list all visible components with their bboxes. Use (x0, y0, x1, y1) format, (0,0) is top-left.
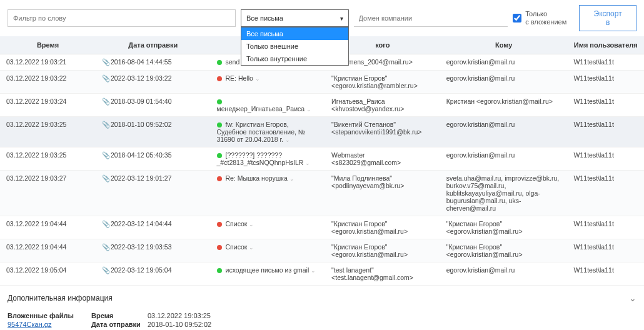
cell-user: W11test\la11t (568, 239, 644, 262)
attached-files-header: Вложенные файлы (8, 312, 76, 319)
table-row[interactable]: 03.12.2022 19:03:24📎2018-03-09 01:54:40м… (0, 94, 644, 117)
status-dot-icon (217, 122, 222, 128)
chevron-down-icon: ⌄ (306, 106, 311, 112)
cell-from: "Кристиан Егоров" <egorov.kristian@mail.… (325, 216, 440, 239)
th-time[interactable]: Время (0, 36, 96, 54)
letter-type-dropdown[interactable]: Все письма Все письма Только внешние Тол… (241, 9, 349, 27)
status-dot-icon (217, 99, 222, 104)
cell-user: W11test\la11t (568, 262, 644, 286)
cell-to: sveta.uha@mail.ru, improvizze@bk.ru, bur… (440, 171, 568, 216)
status-dot-icon (217, 60, 222, 65)
cell-time: 03.12.2022 19:04:44 (0, 239, 96, 262)
table-row[interactable]: 03.12.2022 19:04:44📎2022-03-12 19:03:53С… (0, 239, 644, 262)
cell-sent: 📎2022-03-12 14:04:44 (96, 216, 211, 239)
cell-to: egorov.kristian@mail.ru (440, 71, 568, 94)
attachment-icon: 📎 (102, 174, 108, 182)
cell-time: 03.12.2022 19:05:04 (0, 262, 96, 286)
attachment-icon: 📎 (102, 121, 108, 129)
table-row[interactable]: 03.12.2022 19:04:44📎2022-03-12 14:04:44С… (0, 216, 644, 239)
cell-sent: 📎2018-01-10 09:52:02 (96, 117, 211, 148)
cell-time: 03.12.2022 19:03:27 (0, 171, 96, 216)
chevron-down-icon: ⌄ (629, 293, 636, 303)
cell-subject: Re: Мышка норушка⌄ (211, 171, 326, 216)
cell-to: "Кристиан Егоров" <egorov.kristian@mail.… (440, 216, 568, 239)
cell-from: "Мила Подлиняева" <podlinyayevam@bk.ru> (325, 171, 440, 216)
additional-info-header[interactable]: Дополнительная информация ⌄ (0, 288, 644, 308)
cell-sent: 📎2016-08-04 14:44:55 (96, 54, 211, 71)
th-user[interactable]: Имя пользователя (568, 36, 644, 54)
cell-from: Игнатьева_Раиса <khvostovd@yandex.ru> (325, 94, 440, 117)
cell-subject: Список⌄ (211, 216, 326, 239)
status-dot-icon (217, 176, 222, 181)
th-to[interactable]: Кому (440, 36, 568, 54)
additional-info-label: Дополнительная информация (8, 294, 113, 302)
cell-user: W11test\la11t (568, 54, 644, 71)
emails-table: Время Дата отправки Тема кого Кому Имя п… (0, 36, 644, 286)
attached-file-link[interactable]: 95474Скан.gz (8, 321, 76, 328)
table-row[interactable]: 03.12.2022 19:03:25📎2018-01-10 09:52:02f… (0, 117, 644, 148)
meta-time-value: 03.12.2022 19:03:25 (148, 312, 636, 319)
dropdown-option[interactable]: Только внутренние (241, 52, 348, 65)
cell-time: 03.12.2022 19:03:25 (0, 117, 96, 148)
cell-time: 03.12.2022 19:03:21 (0, 54, 96, 71)
cell-user: W11test\la11t (568, 171, 644, 216)
attachment-icon: 📎 (102, 98, 108, 106)
cell-sent: 📎2022-03-12 19:05:04 (96, 262, 211, 286)
dropdown-option[interactable]: Только внешние (241, 40, 348, 52)
filter-word-input[interactable] (8, 9, 236, 27)
cell-subject: исходящее письмо из gmail⌄ (211, 262, 326, 286)
attachment-icon: 📎 (102, 243, 108, 251)
meta-time-label: Время (91, 312, 148, 319)
cell-subject: RE: Hello⌄ (211, 71, 326, 94)
cell-from: "Викентий Степанов" <stepanovvikentii199… (325, 117, 440, 148)
cell-sent: 📎2018-03-09 01:54:40 (96, 94, 211, 117)
cell-user: W11test\la11t (568, 117, 644, 148)
cell-time: 03.12.2022 19:03:22 (0, 71, 96, 94)
table-row[interactable]: 03.12.2022 19:05:04📎2022-03-12 19:05:04и… (0, 262, 644, 286)
cell-time: 03.12.2022 19:03:24 (0, 94, 96, 117)
cell-to: egorov.kristian@mail.ru (440, 117, 568, 148)
cell-user: W11test\la11t (568, 148, 644, 171)
meta-sent-value: 2018-01-10 09:52:02 (148, 321, 636, 328)
chevron-down-icon: ⌄ (249, 244, 254, 251)
meta-sent-label: Дата отправки (91, 321, 148, 328)
filter-domain-input[interactable] (354, 9, 508, 27)
attachment-icon: 📎 (102, 151, 108, 159)
th-sent[interactable]: Дата отправки (96, 36, 211, 54)
export-button[interactable]: Экспорт в (579, 5, 636, 31)
status-dot-icon (217, 245, 222, 250)
attachment-icon: 📎 (102, 220, 108, 228)
cell-subject: fw: Кристиан Егоров, Судебное постановле… (211, 117, 326, 148)
status-dot-icon (217, 153, 222, 158)
cell-sent: 📎2022-03-12 19:01:27 (96, 171, 211, 216)
cell-time: 03.12.2022 19:04:44 (0, 216, 96, 239)
table-row[interactable]: 03.12.2022 19:03:22📎2022-03-12 19:03:22R… (0, 71, 644, 94)
only-attachment-checkbox[interactable]: Только с вложением (513, 10, 566, 26)
chevron-down-icon: ⌄ (311, 268, 316, 274)
status-dot-icon (217, 268, 222, 273)
cell-from: "test lanagent" <test.lanagent@gmail.com… (325, 262, 440, 286)
chevron-down-icon: ⌄ (289, 176, 294, 182)
cell-from: Webmaster <s823029@gmail.com> (325, 148, 440, 171)
chevron-down-icon: ⌄ (305, 160, 310, 166)
chevron-down-icon: ⌄ (255, 76, 260, 82)
chevron-down-icon: ⌄ (249, 221, 254, 228)
table-row[interactable]: 03.12.2022 19:03:27📎2022-03-12 19:01:27R… (0, 171, 644, 216)
only-attachment-label: Только с вложением (525, 10, 566, 26)
cell-sent: 📎2018-04-12 05:40:35 (96, 148, 211, 171)
only-attachment-input[interactable] (513, 14, 521, 22)
cell-subject: Список⌄ (211, 239, 326, 262)
cell-to: "Кристиан Егоров" <egorov.kristian@mail.… (440, 239, 568, 262)
cell-subject: менеджер_Игнатьева_Раиса⌄ (211, 94, 326, 117)
chevron-down-icon: ⌄ (285, 137, 290, 143)
attachment-icon: 📎 (102, 266, 108, 274)
cell-from: "Кристиан Егоров" <egorov.kristian@rambl… (325, 71, 440, 94)
table-row[interactable]: 03.12.2022 19:03:25📎2018-04-12 05:40:35[… (0, 148, 644, 171)
cell-user: W11test\la11t (568, 94, 644, 117)
cell-time: 03.12.2022 19:03:25 (0, 148, 96, 171)
dropdown-option[interactable]: Все письма (241, 28, 348, 40)
status-dot-icon (217, 222, 222, 227)
attachment-icon: 📎 (102, 58, 108, 66)
dropdown-selected: Все письма (246, 14, 283, 22)
cell-to: Кристиан <egorov.kristian@mail.ru> (440, 94, 568, 117)
